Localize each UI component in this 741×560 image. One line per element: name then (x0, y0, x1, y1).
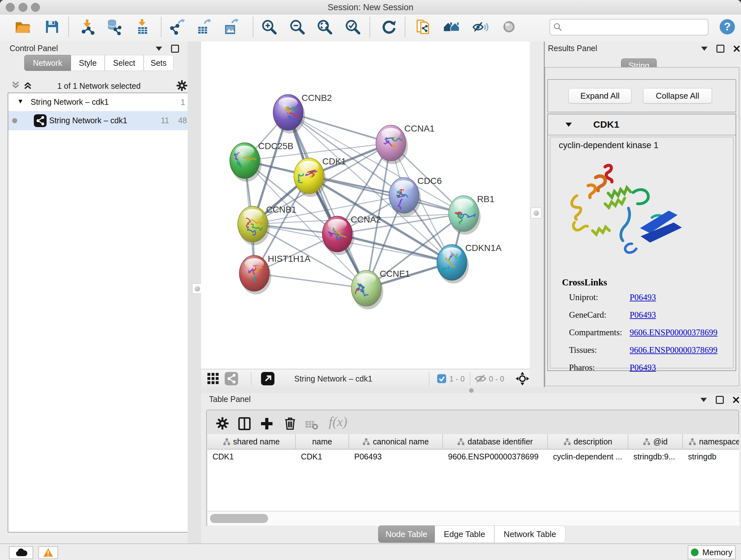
add-icon[interactable] (260, 417, 274, 431)
network-view-canvas[interactable]: CCNB2CCNA1CDC25BCDK1CDC6RB1CCNB1CCNA2CDK… (201, 42, 530, 369)
zoom-in-button[interactable] (260, 16, 278, 37)
search-box (549, 19, 709, 36)
tab-sets[interactable]: Sets (144, 55, 174, 71)
panel-menu-icon[interactable] (701, 47, 708, 51)
zoom-fit-button[interactable] (316, 16, 333, 37)
collapse-all-button[interactable]: Collapse All (643, 88, 712, 104)
network-node-CCNB1[interactable]: CCNB1 (238, 205, 296, 245)
column-header-canonicalname[interactable]: canonical name (349, 434, 443, 449)
network-collection-row[interactable]: ▼ String Network – cdk1 1 (8, 93, 188, 111)
eye-slash-icon (472, 18, 489, 35)
tab-style[interactable]: Style (71, 55, 105, 71)
crosslink-tissues[interactable]: 9606.ENSP00000378699 (630, 345, 718, 355)
crosslink-pharos[interactable]: P06493 (630, 363, 656, 373)
save-session-button[interactable] (44, 16, 61, 37)
columns-icon[interactable] (238, 417, 252, 431)
tab-network-table[interactable]: Network Table (494, 525, 565, 543)
selected-checkbox[interactable] (437, 374, 446, 383)
panel-close-icon[interactable] (733, 45, 740, 52)
export-image-button[interactable] (223, 16, 241, 37)
export-table-button[interactable] (196, 16, 213, 37)
table-empty-area (207, 463, 739, 511)
column-header-description[interactable]: description (548, 434, 628, 449)
hidden-eye-slash-icon[interactable] (474, 373, 487, 384)
import-network-from-database-button[interactable] (105, 16, 123, 37)
network-node-CCNE1[interactable]: CCNE1 (351, 269, 410, 309)
network-home-button[interactable] (443, 16, 460, 37)
tab-edge-table[interactable]: Edge Table (434, 525, 494, 543)
network-node-CDK1[interactable]: CDK1 (294, 157, 346, 197)
protein-detail-box: cyclin-dependent kinase 1 (550, 137, 734, 368)
column-header-namespace[interactable]: namespace (683, 434, 739, 449)
scrollbar-thumb[interactable] (210, 514, 268, 523)
zoom-out-icon (289, 18, 306, 35)
grid-view-icon[interactable] (207, 373, 219, 384)
export-table-icon (196, 18, 213, 35)
column-header-name[interactable]: name (296, 434, 349, 449)
horizontal-splitter[interactable] (201, 387, 741, 393)
panel-float-icon[interactable] (717, 45, 724, 53)
network-node-CCNB2[interactable]: CCNB2 (273, 93, 332, 133)
gear-icon[interactable] (215, 416, 230, 431)
table-row[interactable]: CDK1CDK1P064939606.ENSP00000378699cyclin… (207, 449, 739, 463)
network-selection-status: 1 of 1 Network selected (42, 81, 156, 91)
table-cell: stringdb (683, 449, 739, 463)
section-collapse-icon[interactable] (565, 123, 572, 127)
panel-float-icon[interactable] (716, 396, 724, 404)
search-input[interactable] (564, 21, 706, 32)
memory-button[interactable]: Memory (688, 545, 736, 559)
network-node-HIST1H1A[interactable]: HIST1H1A (239, 254, 311, 294)
warning-button[interactable] (38, 546, 58, 559)
tab-network[interactable]: Network (24, 55, 71, 71)
crosslink-compartments[interactable]: 9606.ENSP00000378699 (630, 327, 718, 337)
zoom-selected-button[interactable] (344, 16, 361, 37)
horizontal-splitter-handle[interactable] (469, 388, 474, 393)
column-header-id[interactable]: @id (628, 434, 683, 449)
network-row-selected[interactable]: String Network – cdk1 11 48 (8, 111, 188, 130)
open-session-button[interactable] (14, 16, 31, 37)
export-network-button[interactable] (169, 16, 186, 37)
network-row-label: String Network – cdk1 (49, 116, 127, 125)
show-hide-graphics-button[interactable] (472, 16, 489, 37)
panel-menu-icon[interactable] (156, 47, 162, 51)
horizontal-scrollbar[interactable] (207, 511, 739, 525)
help-button[interactable]: ? (719, 16, 736, 37)
open-external-icon[interactable] (261, 372, 274, 385)
bird-eye-view-button[interactable] (500, 16, 518, 37)
cytoscape-window: Session: New Session (0, 0, 741, 560)
collection-expand-icon[interactable]: ▼ (17, 98, 23, 105)
gear-icon[interactable] (176, 79, 188, 92)
string-view-icon[interactable] (225, 372, 238, 385)
panel-menu-icon[interactable] (700, 398, 707, 402)
import-network-button[interactable] (78, 16, 96, 37)
expand-all-button[interactable]: Expand All (568, 88, 631, 104)
crosslink-genecard[interactable]: P06493 (630, 310, 656, 320)
panel-float-icon[interactable] (171, 45, 179, 53)
left-splitter[interactable] (188, 42, 201, 543)
node-label: CCNE1 (380, 269, 410, 279)
column-header-databaseidentifier[interactable]: database identifier (443, 434, 548, 449)
refresh-button[interactable] (381, 16, 398, 37)
cloud-button[interactable] (9, 546, 33, 559)
panel-close-icon[interactable] (733, 396, 739, 403)
expand-collapse-box: Expand All Collapse All (547, 79, 736, 112)
zoom-selected-icon (344, 18, 361, 35)
right-splitter[interactable] (530, 42, 545, 387)
import-table-button[interactable] (134, 16, 151, 37)
tab-node-table[interactable]: Node Table (378, 525, 434, 543)
right-splitter-handle[interactable] (531, 207, 542, 219)
crosslink-uniprot[interactable]: P06493 (630, 293, 656, 302)
delete-trash-icon[interactable] (283, 416, 297, 431)
share-document-button[interactable] (415, 16, 432, 37)
tab-select[interactable]: Select (105, 55, 144, 71)
collapse-all-icon[interactable] (11, 80, 20, 90)
fit-crosshair-icon[interactable] (515, 371, 530, 387)
table-cell: 9606.ENSP00000378699 (443, 449, 548, 463)
column-header-sharedname[interactable]: shared name (207, 434, 296, 449)
network-node-CDC25B[interactable]: CDC25B (230, 141, 293, 182)
network-node-RB1[interactable]: RB1 (449, 194, 494, 235)
zoom-out-button[interactable] (288, 16, 306, 37)
expand-all-icon[interactable] (23, 80, 32, 90)
network-node-CCNA1[interactable]: CCNA1 (376, 124, 434, 164)
network-node-CDKN1A[interactable]: CDKN1A (437, 243, 502, 284)
